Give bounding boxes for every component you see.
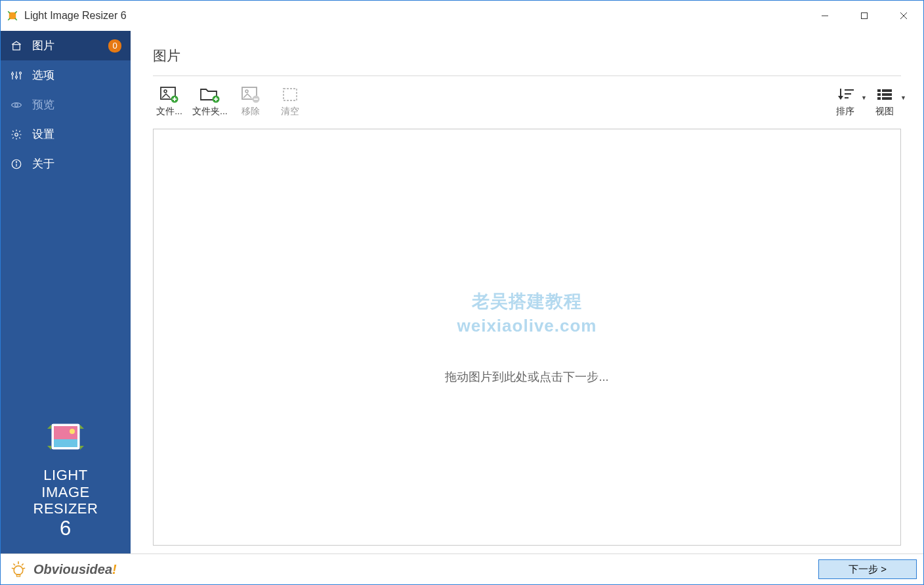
sidebar-item-label: 关于: [32, 156, 121, 171]
app-icon: [6, 9, 19, 22]
add-files-button[interactable]: 文件...: [153, 85, 186, 121]
svg-rect-37: [877, 89, 881, 92]
add-folder-button[interactable]: 文件夹...: [192, 85, 228, 121]
clear-button: 清空: [274, 85, 306, 121]
svg-point-20: [70, 429, 75, 434]
svg-rect-39: [877, 97, 881, 100]
watermark-line1: 老吴搭建教程: [472, 290, 582, 313]
svg-rect-41: [882, 93, 892, 96]
gear-icon: [10, 128, 23, 141]
svg-point-9: [16, 76, 18, 77]
toolbar: 文件... 文件夹...: [131, 76, 923, 129]
sidebar-item-images[interactable]: 图片 0: [1, 31, 131, 60]
svg-line-46: [12, 568, 14, 569]
lightbulb-icon: [7, 558, 30, 580]
svg-line-48: [13, 564, 15, 566]
dropdown-caret-icon: ▼: [861, 95, 867, 101]
svg-point-43: [14, 566, 23, 575]
sidebar-logo: LIGHT IMAGE RESIZER 6: [1, 414, 131, 553]
image-add-icon: [159, 85, 179, 104]
window-title: Light Image Resizer 6: [24, 10, 127, 22]
view-button[interactable]: ▼ 视图: [868, 85, 901, 121]
svg-rect-2: [862, 13, 868, 19]
sidebar-item-label: 预览: [32, 97, 121, 112]
minimize-button[interactable]: [805, 1, 845, 31]
tool-label: 视图: [875, 106, 894, 118]
tool-label: 排序: [836, 106, 854, 118]
tool-label: 文件...: [156, 106, 182, 118]
sidebar: 图片 0 选项 预览: [1, 31, 131, 553]
images-icon: [10, 39, 23, 53]
svg-point-16: [16, 162, 16, 162]
sidebar-item-options[interactable]: 选项: [1, 60, 131, 90]
svg-rect-40: [882, 89, 892, 92]
sort-button[interactable]: ▼ 排序: [829, 85, 862, 121]
sort-icon: [837, 85, 854, 104]
svg-point-7: [12, 73, 14, 75]
footer-brand[interactable]: Obviousidea!: [7, 558, 117, 580]
remove-button: 移除: [234, 85, 267, 121]
info-icon: [10, 158, 23, 171]
drop-hint: 拖动图片到此处或点击下一步...: [445, 369, 608, 385]
svg-point-11: [20, 72, 22, 74]
footer: Obviousidea! 下一步 >: [1, 553, 923, 584]
view-icon: [876, 85, 893, 104]
image-remove-icon: [241, 85, 261, 104]
svg-point-12: [15, 103, 18, 106]
svg-line-47: [23, 568, 25, 569]
svg-rect-19: [54, 439, 77, 447]
titlebar: Light Image Resizer 6: [1, 1, 923, 31]
sidebar-item-about[interactable]: 关于: [1, 149, 131, 179]
svg-point-13: [15, 133, 18, 136]
close-button[interactable]: [884, 1, 923, 31]
sidebar-item-label: 选项: [32, 68, 121, 83]
main-panel: 图片 文件...: [131, 31, 923, 553]
svg-point-30: [245, 90, 248, 93]
sidebar-item-preview[interactable]: 预览: [1, 90, 131, 119]
clear-icon: [282, 85, 299, 104]
product-logo-icon: [42, 414, 89, 460]
images-count-badge: 0: [108, 39, 121, 53]
brand-text: Obviousidea!: [33, 562, 117, 577]
svg-line-49: [22, 564, 24, 566]
dropdown-caret-icon: ▼: [900, 95, 906, 101]
tool-label: 清空: [281, 106, 299, 118]
sidebar-item-settings[interactable]: 设置: [1, 119, 131, 149]
sliders-icon: [10, 69, 23, 82]
svg-point-22: [164, 90, 167, 93]
maximize-button[interactable]: [845, 1, 884, 31]
tool-label: 文件夹...: [192, 106, 228, 118]
drop-zone[interactable]: 老吴搭建教程 weixiaolive.com 拖动图片到此处或点击下一步...: [153, 129, 901, 546]
watermark-line2: weixiaolive.com: [457, 316, 597, 336]
sidebar-item-label: 设置: [32, 127, 121, 142]
page-title: 图片: [153, 47, 901, 65]
svg-rect-38: [877, 93, 881, 96]
folder-add-icon: [200, 85, 220, 104]
svg-rect-42: [882, 97, 892, 100]
tool-label: 移除: [242, 106, 260, 118]
next-button[interactable]: 下一步 >: [818, 559, 917, 579]
product-logo-text: LIGHT IMAGE RESIZER 6: [33, 467, 98, 540]
svg-rect-0: [9, 12, 16, 20]
eye-icon: [10, 98, 23, 112]
window-controls: [805, 1, 923, 31]
svg-rect-5: [13, 44, 20, 49]
sidebar-item-label: 图片: [32, 38, 108, 53]
